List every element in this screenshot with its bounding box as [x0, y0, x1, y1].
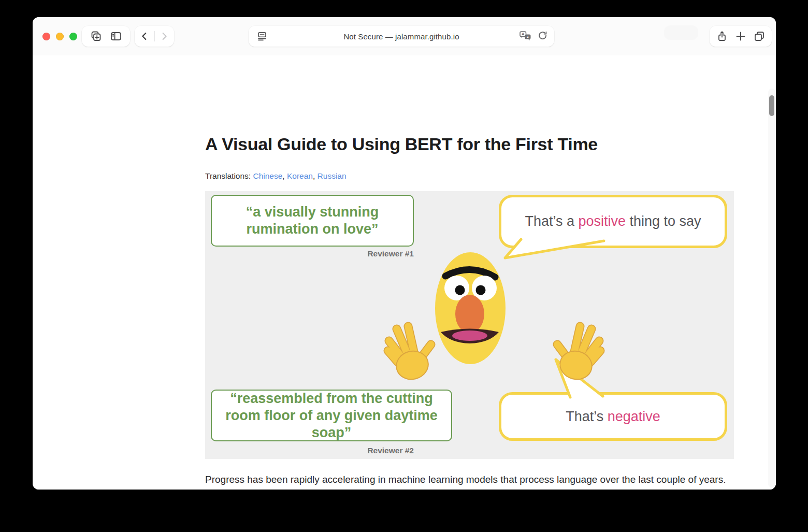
inactive-toolbar-slot — [664, 25, 698, 40]
tab-controls-group — [82, 26, 130, 47]
positive-highlight: positive — [578, 213, 626, 229]
translate-icon[interactable]: A z — [519, 31, 532, 41]
bert-head — [435, 252, 506, 364]
review-quote-1: “a visually stunning rumination on love” — [211, 195, 414, 247]
translation-link-chinese[interactable]: Chinese — [253, 171, 282, 180]
nav-divider — [154, 31, 155, 41]
back-button-icon[interactable] — [139, 31, 150, 42]
sidebar-toggle-icon[interactable] — [110, 30, 122, 42]
article-paragraph: Progress has been rapidly accelerating i… — [205, 472, 734, 490]
review-quote-2: “reassembled from the cutting room floor… — [211, 390, 452, 441]
address-actions: A z — [519, 31, 548, 41]
negative-highlight: negative — [608, 409, 660, 424]
address-bar[interactable]: Not Secure — jalammar.github.io A z — [249, 26, 554, 47]
new-tab-icon[interactable] — [734, 30, 747, 42]
hero-illustration: “a visually stunning rumination on love”… — [205, 191, 734, 459]
minimize-window-button[interactable] — [56, 33, 64, 40]
browser-window: Not Secure — jalammar.github.io A z — [33, 17, 776, 490]
navigation-group — [135, 26, 174, 47]
scrollbar-thumb[interactable] — [769, 95, 774, 116]
page-content: A Visual Guide to Using BERT for the Fir… — [33, 55, 776, 490]
svg-text:A: A — [522, 32, 525, 36]
translations-label: Translations: — [205, 171, 251, 180]
new-tab-group-icon[interactable] — [90, 30, 102, 42]
reviewer-1-label: Reviewer #1 — [211, 249, 414, 258]
window-actions-group — [710, 26, 772, 47]
scrollbar-track[interactable] — [768, 89, 775, 487]
address-text[interactable]: Not Secure — jalammar.github.io — [249, 32, 554, 41]
zoom-window-button[interactable] — [69, 33, 77, 40]
translation-link-korean[interactable]: Korean — [287, 171, 313, 180]
reload-icon[interactable] — [537, 31, 548, 41]
page-title: A Visual Guide to Using BERT for the Fir… — [205, 134, 734, 154]
translation-link-russian[interactable]: Russian — [318, 171, 347, 180]
forward-button-icon[interactable] — [158, 31, 170, 42]
speech-bubble-negative: That’s negative — [499, 392, 727, 441]
speech-bubble-positive: That’s a positive thing to say — [499, 195, 727, 248]
left-hand — [388, 326, 431, 383]
svg-text:z: z — [527, 35, 529, 38]
browser-toolbar: Not Secure — jalammar.github.io A z — [33, 17, 776, 55]
close-window-button[interactable] — [42, 33, 50, 40]
tab-overview-icon[interactable] — [753, 30, 766, 42]
right-hand — [557, 326, 600, 383]
share-icon[interactable] — [716, 30, 728, 42]
reviewer-2-label: Reviewer #2 — [211, 446, 414, 455]
translations-line: Translations: Chinese, Korean, Russian — [205, 171, 347, 181]
